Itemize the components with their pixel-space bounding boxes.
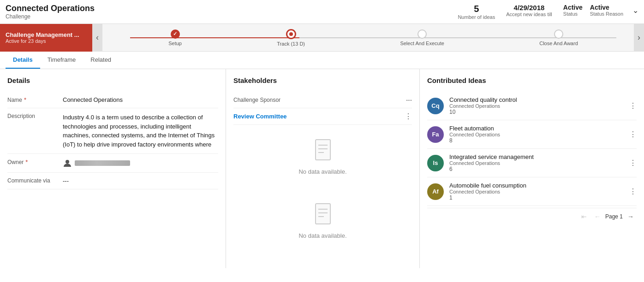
- review-committee-more-button[interactable]: ⋮: [405, 112, 412, 121]
- meta-date: 4/29/2018 Accept new ideas till: [506, 4, 552, 17]
- field-name: Name * Connected Operations: [7, 92, 218, 108]
- field-description: Description Industry 4.0 is a term used …: [7, 108, 218, 154]
- idea-info-af: Automobile fuel consumption Connected Op…: [449, 182, 624, 201]
- progress-steps: Setup Track (13 D) Select And Execute Cl…: [102, 29, 644, 47]
- status-reason-label: Status Reason: [590, 11, 623, 17]
- required-star-owner: *: [25, 159, 28, 165]
- idea-item-is: Is Integrated service management Connect…: [427, 149, 637, 177]
- review-committee-label: Review Committee: [233, 113, 287, 120]
- meta-ideas: 5 Number of ideas: [458, 4, 495, 20]
- idea-org-is: Connected Operations: [449, 160, 624, 166]
- step-label-close: Close And Award: [539, 41, 578, 46]
- progress-line-filled: [130, 37, 299, 38]
- page-first-button[interactable]: ⇤: [578, 212, 590, 221]
- field-owner: Owner *: [7, 154, 218, 173]
- page-label: Page 1: [605, 213, 623, 220]
- sponsor-no-data: No data available.: [233, 189, 412, 253]
- idea-info-cq: Connected quality control Connected Oper…: [449, 96, 624, 115]
- ideas-list: Cq Connected quality control Connected O…: [427, 92, 637, 206]
- owner-name-blurred: [75, 160, 130, 166]
- idea-more-button-af[interactable]: ⋮: [629, 187, 637, 196]
- idea-org-fa: Connected Operations: [449, 132, 624, 137]
- meta-status-block: Active Status Active Status Reason ⌄: [563, 4, 638, 17]
- tab-timeframe[interactable]: Timeframe: [40, 52, 83, 69]
- idea-count-af: 1: [449, 194, 624, 201]
- field-label-name: Name *: [7, 96, 63, 103]
- review-committee-header: Review Committee ⋮: [233, 108, 412, 125]
- status-reason-block: Active Status Reason: [590, 4, 623, 17]
- sponsor-row: Challenge Sponsor ---: [233, 92, 412, 108]
- ideas-panel: Contributed Ideas Cq Connected quality c…: [420, 69, 644, 268]
- idea-name-fa: Fleet automation: [449, 125, 624, 132]
- badge-days: Active for 23 days: [6, 38, 87, 44]
- step-circle-close: [554, 29, 563, 39]
- status-reason-value: Active: [590, 4, 623, 11]
- svg-point-0: [66, 160, 69, 164]
- details-panel-title: Details: [7, 76, 218, 84]
- idea-info-is: Integrated service management Connected …: [449, 153, 624, 172]
- idea-count-fa: 8: [449, 137, 624, 144]
- no-data-icon-committee: [314, 139, 332, 164]
- badge-title: Challenge Management ...: [6, 31, 87, 38]
- header-title-block: Connected Operations Challenge: [6, 4, 458, 20]
- idea-more-button-is[interactable]: ⋮: [629, 159, 637, 167]
- main-content: Details Name * Connected Operations Desc…: [0, 69, 644, 268]
- status-value: Active: [563, 4, 583, 11]
- stakeholders-panel-title: Stakeholders: [233, 76, 412, 84]
- required-star-name: *: [24, 96, 26, 103]
- idea-count-cq: 10: [449, 109, 624, 115]
- svg-rect-5: [316, 204, 330, 224]
- idea-org-af: Connected Operations: [449, 189, 624, 194]
- field-value-owner: [63, 159, 218, 168]
- challenge-badge[interactable]: Challenge Management ... Active for 23 d…: [0, 24, 92, 52]
- step-close: Close And Award: [539, 29, 578, 46]
- owner-row: [63, 159, 218, 168]
- page-subtitle: Challenge: [6, 13, 458, 20]
- sponsor-value: ---: [406, 96, 412, 103]
- header-meta: 5 Number of ideas 4/29/2018 Accept new i…: [458, 4, 638, 20]
- idea-org-cq: Connected Operations: [449, 103, 624, 109]
- idea-avatar-af: Af: [427, 183, 444, 200]
- step-circle-track: [286, 29, 296, 39]
- status-label: Status: [563, 11, 583, 17]
- idea-avatar-fa: Fa: [427, 126, 444, 143]
- idea-name-is: Integrated service management: [449, 153, 624, 160]
- tab-details[interactable]: Details: [6, 52, 40, 69]
- field-label-owner: Owner *: [7, 159, 63, 165]
- nav-arrow-right[interactable]: ›: [634, 24, 644, 52]
- idea-info-fa: Fleet automation Connected Operations 8: [449, 125, 624, 144]
- page-next-button[interactable]: →: [625, 212, 637, 221]
- person-icon: [63, 159, 72, 168]
- idea-more-button-fa[interactable]: ⋮: [629, 130, 637, 139]
- page-prev-button[interactable]: ←: [591, 212, 603, 221]
- field-value-description: Industry 4.0 is a term used to describe …: [63, 113, 218, 149]
- idea-item-cq: Cq Connected quality control Connected O…: [427, 92, 637, 120]
- step-label-select: Select And Execute: [400, 41, 444, 46]
- idea-count-is: 6: [449, 166, 624, 172]
- idea-more-button-cq[interactable]: ⋮: [629, 101, 637, 110]
- idea-avatar-is: Is: [427, 155, 444, 171]
- step-label-track: Track (13 D): [277, 41, 305, 47]
- step-track: Track (13 D): [277, 29, 305, 47]
- nav-arrow-left[interactable]: ‹: [92, 24, 102, 52]
- idea-avatar-cq: Cq: [427, 98, 444, 114]
- pagination: ⇤ ← Page 1 →: [427, 208, 637, 225]
- field-label-communicate: Communicate via: [7, 177, 63, 184]
- field-value-communicate: ---: [63, 177, 218, 184]
- ideas-count-label: Number of ideas: [458, 14, 495, 20]
- idea-name-cq: Connected quality control: [449, 96, 624, 103]
- field-communicate: Communicate via ---: [7, 173, 218, 189]
- review-committee-no-data: No data available.: [233, 125, 412, 189]
- no-data-icon-sponsor: [314, 203, 332, 229]
- date-value: 4/29/2018: [514, 4, 545, 12]
- chevron-down-icon[interactable]: ⌄: [632, 6, 638, 15]
- stakeholders-panel: Stakeholders Challenge Sponsor --- Revie…: [226, 69, 420, 268]
- field-label-description: Description: [7, 113, 63, 119]
- sponsor-label: Challenge Sponsor: [233, 97, 280, 103]
- date-label: Accept new ideas till: [506, 12, 552, 17]
- step-select: Select And Execute: [400, 29, 444, 46]
- tab-related[interactable]: Related: [83, 52, 119, 69]
- page-title: Connected Operations: [6, 4, 458, 13]
- idea-name-af: Automobile fuel consumption: [449, 182, 624, 189]
- idea-item-af: Af Automobile fuel consumption Connected…: [427, 177, 637, 206]
